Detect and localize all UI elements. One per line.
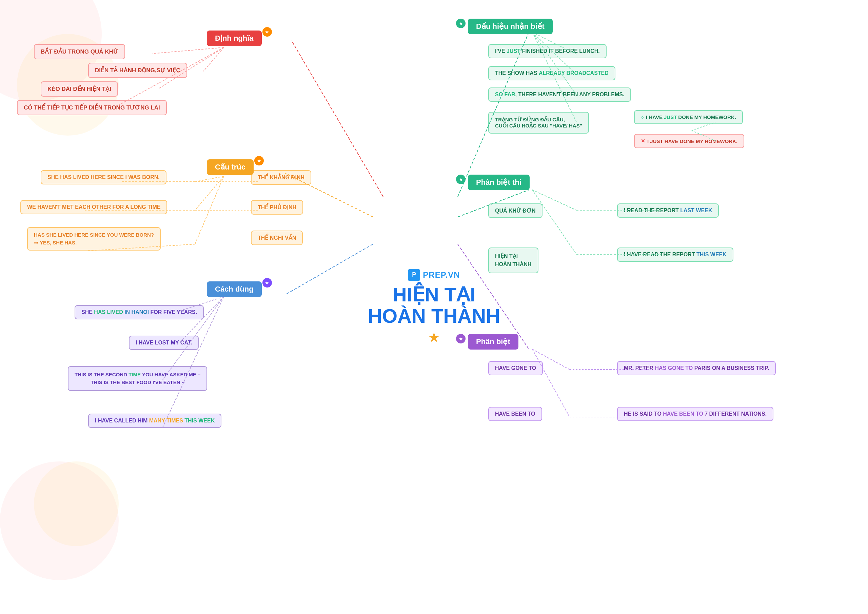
box-the-phu-dinh-label: THỂ PHỦ ĐỊNH [251,200,303,215]
svg-line-1 [153,48,224,54]
cau-truc-section: Cấu trúc ★ [207,159,254,175]
cau-truc-label: Cấu trúc [215,163,245,172]
box-adverb-note: TRẠNG TỪ ĐỨNG ĐẦU CÂU,CUỐI CÂU HOẶC SAU … [488,112,589,133]
prep-text: PREP.VN [423,270,460,280]
svg-line-22 [532,32,577,95]
box-i-have-lost: I HAVE LOST MY CAT. [129,336,199,350]
dinh-nghia-label: Định nghĩa [215,34,254,43]
prep-icon: P [408,269,420,281]
svg-line-10 [195,176,224,244]
box-the-nghi-van-label: THỂ NGHI VẤN [251,231,303,245]
box-has-she-lived: HAS SHE LIVED HERE SINCE YOU WERE BORN?⇒… [27,227,161,251]
dinh-nghia-star: ★ [262,27,272,37]
box-bat-dau: BẮT ĐẦU TRONG QUÁ KHỨ [34,44,125,59]
box-qua-khu-don-label: QUÁ KHỨ ĐƠN [488,203,542,218]
box-she-has-lived-hanoi: SHE HAS LIVED IN HANOI FOR FIVE YEARS. [74,305,204,319]
box-we-havent-met: WE HAVEN'T MET EACH OTHER FOR A LONG TIM… [20,200,167,214]
phan-biet-thi-label: Phân biệt thi [476,178,521,187]
title-star: ★ [368,330,500,345]
cach-dung-label: Cách dùng [215,285,254,294]
box-already-broadcasted: THE SHOW HAS ALREADY BROADCASTED [488,66,615,81]
dinh-nghia-section: Định nghĩa ★ [207,31,262,46]
box-just-finished: I'VE JUST FINISHED IT BEFORE LUNCH. [488,44,607,58]
svg-line-2 [203,48,224,71]
box-i-have-called: I HAVE CALLED HIM MANY TIMES THIS WEEK [88,414,222,428]
box-hien-tai-example: I HAVE READ THE REPORT THIS WEEK [617,248,733,262]
box-dien-ta: DIỄN TẢ HÀNH ĐỘNG,SỰ VIỆC [88,63,187,78]
box-qua-khu-don-example: I READ THE REPORT LAST WEEK [617,203,719,218]
phan-biet-thi-section: ★ Phân biệt thi [468,175,530,190]
center-title: P PREP.VN HIỆN TẠI HOÀN THÀNH ★ [368,269,500,346]
phan-biet-thi-star: ★ [456,175,465,184]
box-this-is-second: THIS IS THE SECOND TIME YOU HAVE ASKED M… [68,366,207,391]
prep-logo: P PREP.VN [368,269,500,281]
cach-dung-star: ★ [262,278,272,287]
phan-biet-thi-header: Phân biệt thi [468,175,530,190]
dau-hieu-star: ★ [456,19,465,28]
box-correct-example: ○ I HAVE JUST DONE MY HOMEWORK. [634,110,743,124]
dinh-nghia-header: Định nghĩa [207,31,262,46]
box-have-been-to-example: HE IS SAID TO HAVE BEEN TO 7 DIFFERENT N… [617,407,773,421]
cau-truc-header: Cấu trúc [207,159,254,175]
box-have-gone-to-example: MR. PETER HAS GONE TO PARIS ON A BUSINES… [617,361,776,375]
dau-hieu-label: Dấu hiệu nhận biết [476,22,544,31]
svg-line-30 [532,190,577,254]
cach-dung-section: Cách dùng ★ [207,281,262,297]
box-so-far: SO FAR, THERE HAVEN'T BEEN ANY PROBLEMS. [488,87,631,102]
cau-truc-star: ★ [254,156,264,166]
dau-hieu-section: ★ Dấu hiệu nhận biết [468,19,553,34]
box-she-has-lived: SHE HAS LIVED HERE SINCE I WAS BORN. [41,170,166,185]
box-co-the: CÓ THỂ TIẾP TỤC TIẾP DIỄN TRONG TƯƠNG LA… [17,100,167,115]
dau-hieu-header: Dấu hiệu nhận biết [468,19,553,34]
box-have-been-to-label: HAVE BEEN TO [488,407,542,421]
box-the-khang-dinh-label: THỂ KHẲNG ĐỊNH [251,170,311,185]
svg-line-6 [195,176,224,182]
cach-dung-header: Cách dùng [207,281,262,297]
box-have-gone-to-label: HAVE GONE TO [488,361,543,375]
svg-line-14 [285,244,373,295]
box-keo-dai: KÉO DÀI ĐẾN HIỆN TẠI [41,81,118,97]
svg-line-8 [195,176,224,210]
box-incorrect-example: ✕ I JUST HAVE DONE MY HOMEWORK. [634,134,744,148]
main-title: HIỆN TẠI HOÀN THÀNH [368,284,500,327]
